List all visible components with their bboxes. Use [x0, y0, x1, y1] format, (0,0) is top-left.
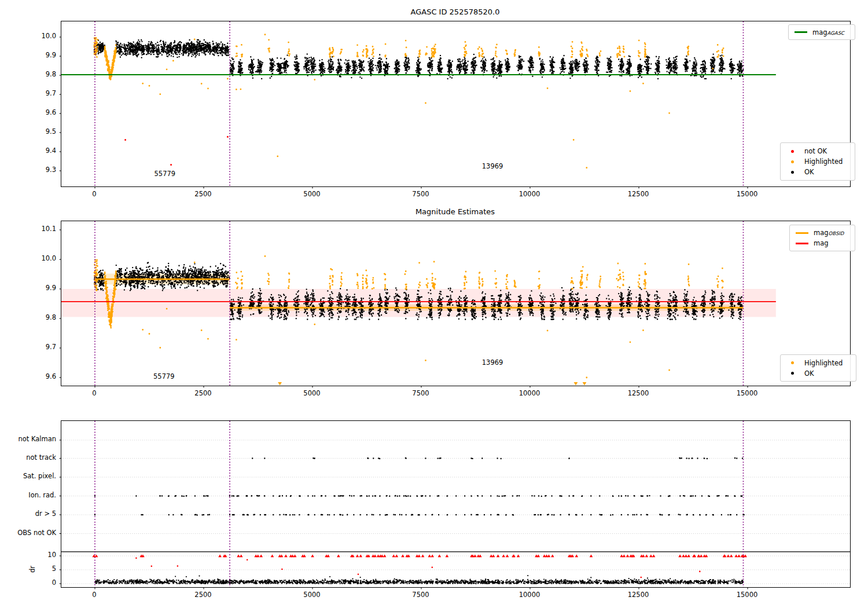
dr-tick-label: 0: [30, 578, 56, 587]
plot-canvas: [61, 421, 850, 587]
flag-row-label: not track: [4, 453, 56, 462]
y-tick-label: 9.6: [30, 108, 56, 116]
legend-entry-highlighted: Highlighted: [784, 158, 851, 166]
x-tick-label: 7500: [402, 591, 439, 599]
y-tick-label: 10.0: [30, 32, 56, 40]
legend-mag-lines-plot2: magOBSID mag: [789, 225, 855, 251]
y-tick-label: 10.0: [30, 254, 56, 262]
dr-clipped-triangle: [392, 554, 396, 557]
dr-clipped-triangle: [256, 554, 260, 557]
clipped-low-marker: [574, 382, 578, 386]
not-ok-dot-icon: [791, 150, 794, 153]
dr-clipped-triangle: [575, 554, 579, 557]
legend-entry-mag-agasc: magAGASC: [792, 28, 851, 36]
x-tick-label: 2500: [185, 591, 222, 599]
x-tick-label: 0: [76, 389, 113, 397]
dr-clipped-triangle: [473, 554, 477, 557]
mag-agasc-line-swatch: [795, 31, 807, 33]
flag-row-label: dr > 5: [4, 510, 56, 518]
x-tick-label: 12500: [620, 389, 657, 397]
clipped-low-marker: [278, 382, 282, 386]
dr-clipped-triangle: [311, 554, 314, 557]
not-track-points: [252, 458, 742, 459]
x-tick-label: 10000: [511, 190, 548, 198]
x-tick-label: 5000: [293, 389, 330, 397]
legend-entry-mag-obsid: magOBSID: [793, 229, 851, 237]
flag-row-label: OBS not OK: [4, 529, 56, 537]
x-tick-label: 10000: [511, 389, 548, 397]
dr-points: [95, 576, 743, 584]
y-tick-label: 9.4: [30, 146, 56, 155]
y-tick-label: 9.8: [30, 313, 56, 321]
dr-clipped-triangle: [492, 554, 495, 557]
legend-point-types-plot2: Highlighted OK: [780, 354, 856, 382]
ok-dot-icon: [791, 372, 794, 375]
x-tick-label: 12500: [620, 591, 657, 599]
dr-tick-label: 10: [30, 551, 56, 559]
y-tick-label: 9.7: [30, 89, 56, 97]
dr-clipped-triangle: [506, 554, 509, 557]
plot-magnitude-estimates: [61, 221, 851, 386]
obsid-annotation: 55779: [153, 372, 175, 380]
legend-entry-ok: OK: [784, 168, 851, 176]
mag-line-swatch: [796, 243, 808, 244]
highlighted-dot-icon: [791, 361, 794, 364]
x-tick-label: 15000: [729, 591, 766, 599]
legend-point-types-plot1: not OK Highlighted OK: [780, 142, 855, 181]
ok-points: [94, 40, 743, 79]
dr-tick-label: 5: [30, 565, 56, 573]
dr-clipped-triangle: [284, 554, 288, 557]
dr-clipped-triangle: [727, 554, 730, 557]
clipped-low-marker: [583, 382, 587, 386]
y-tick-label: 9.9: [30, 284, 56, 292]
figure: AGASC ID 252578520.0 Magnitude Estimates…: [0, 0, 868, 608]
dr-clipped-triangle: [271, 554, 274, 557]
dr-clipped-triangle: [645, 554, 649, 557]
legend-label-mag-obsid: magOBSID: [814, 229, 844, 237]
plot-canvas: [61, 221, 850, 386]
flag-row-label: Ion. rad.: [4, 491, 56, 499]
plot1-title: AGASC ID 252578520.0: [61, 8, 849, 16]
x-tick-label: 5000: [293, 190, 330, 198]
obsid-annotation: 13969: [482, 162, 503, 170]
x-tick-label: 5000: [293, 591, 330, 599]
legend-label-highlighted-2: Highlighted: [804, 359, 843, 367]
legend-entry-mag: mag: [793, 239, 851, 247]
x-tick-label: 0: [76, 591, 113, 599]
dr-clipped-triangle: [293, 554, 297, 557]
x-tick-label: 15000: [729, 389, 766, 397]
dr-clipped-triangle: [685, 554, 688, 557]
y-tick-label: 10.1: [30, 225, 56, 233]
y-tick-label: 9.9: [30, 51, 56, 59]
plot-flags-dr: [61, 420, 851, 588]
dr-clipped-triangle: [356, 554, 359, 557]
ok-dot-icon: [791, 171, 794, 174]
dr-clipped-triangle: [734, 554, 738, 557]
x-tick-label: 15000: [729, 190, 766, 198]
flag-row-label: not Kalman: [4, 435, 56, 443]
dr-large-points: [136, 558, 700, 577]
obsid-annotation: 13969: [482, 358, 503, 367]
x-tick-label: 0: [76, 190, 113, 198]
plot-agasc-mag: [61, 21, 851, 187]
legend-label-mag-agasc: magAGASC: [812, 28, 844, 36]
y-tick-label: 9.8: [30, 70, 56, 78]
dr-clipped-triangle: [700, 554, 703, 557]
highlighted-dot-icon: [791, 160, 794, 163]
obsid-annotation: 55779: [155, 170, 176, 178]
legend-label-mag: mag: [814, 239, 829, 247]
x-tick-label: 7500: [402, 389, 439, 397]
dr-clipped-triangle: [431, 554, 434, 557]
mag-obsid-line-swatch: [796, 232, 808, 234]
legend-entry-highlighted-2: Highlighted: [784, 359, 852, 367]
dr-clipped-triangle: [502, 554, 505, 557]
legend-entry-not-ok: not OK: [784, 147, 851, 155]
dr-clipped-triangle: [218, 554, 222, 557]
y-tick-label: 9.5: [30, 127, 56, 135]
y-tick-label: 9.3: [30, 166, 56, 174]
plot-canvas: [61, 21, 850, 186]
x-tick-label: 7500: [402, 190, 439, 198]
x-tick-label: 2500: [185, 389, 222, 397]
dr-clipped-triangle: [682, 554, 685, 557]
legend-entry-ok-2: OK: [784, 369, 852, 378]
